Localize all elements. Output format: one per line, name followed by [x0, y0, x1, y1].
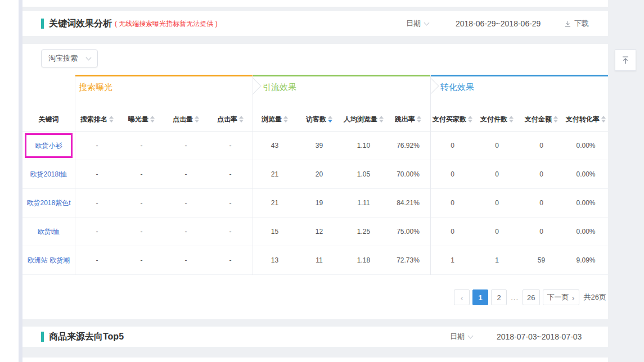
column-header[interactable]: 支付件数	[475, 115, 519, 124]
table-cell: 11	[297, 246, 341, 274]
table-cell: -	[164, 246, 208, 274]
table-row: 欧货2018t恤----21201.0570.00%0000.00%	[22, 160, 608, 189]
chevron-down-icon	[468, 333, 474, 339]
keyword-cell: 欧货t恤	[22, 218, 75, 246]
section-title: 商品来源去向Top5	[49, 331, 124, 343]
download-button[interactable]: 下载	[564, 11, 589, 36]
keyword-link[interactable]: 欧货2018t恤	[30, 170, 67, 179]
pagination-page-button[interactable]: 26	[523, 289, 539, 305]
table-cell: -	[119, 160, 164, 188]
sort-caret-icon	[283, 116, 288, 123]
section-accent-bar	[41, 19, 44, 29]
column-header-label: 人均浏览量	[344, 115, 377, 124]
sort-caret-icon	[379, 116, 384, 123]
table-cell: 0	[519, 132, 564, 160]
pagination: ‹12...26下一页›共26页	[454, 289, 606, 305]
channel-select-value: 淘宝搜索	[48, 53, 78, 64]
sort-caret-icon	[195, 116, 199, 123]
column-header-label: 跳出率	[395, 115, 415, 124]
previous-card-bottom	[22, 0, 608, 7]
table-cell: 0	[430, 189, 475, 217]
table-cell: -	[208, 189, 253, 217]
keyword-link[interactable]: 欧货2018紫色t	[26, 198, 70, 208]
group-color-line	[253, 75, 430, 76]
group-color-line	[75, 75, 253, 76]
table-cell: -	[208, 246, 253, 274]
column-header-label: 支付买家数	[433, 115, 466, 124]
column-header[interactable]: 访客数	[297, 115, 341, 124]
keyword-cell: 欧货小衫	[22, 132, 75, 160]
pagination-ellipsis: ...	[510, 293, 520, 302]
keyword-link[interactable]: 欧洲站 欧货潮	[28, 256, 70, 265]
column-header[interactable]: 人均浏览量	[341, 115, 386, 124]
table-cell: 1.10	[341, 132, 386, 160]
table-cell: 0.00%	[564, 218, 608, 246]
top5-title-card: 商品来源去向Top5 日期 2018-07-03~2018-07-03	[22, 327, 608, 347]
column-header[interactable]: 曝光量	[119, 115, 164, 124]
sort-caret-icon	[601, 116, 606, 123]
group-label: 搜索曝光	[79, 82, 112, 93]
table-body: 欧货小衫----43391.1076.92%0000.00%欧货2018t恤--…	[22, 132, 608, 275]
keyword-cell: 欧洲站 欧货潮	[22, 246, 75, 274]
table-cell: -	[75, 189, 119, 217]
column-header[interactable]: 搜索排名	[75, 115, 119, 124]
date-filter-label: 日期	[406, 19, 421, 29]
date-filter[interactable]: 日期	[450, 327, 472, 347]
sort-caret-icon	[468, 116, 472, 123]
column-header-label: 曝光量	[128, 115, 148, 124]
group-label: 引流效果	[263, 82, 296, 93]
pagination-page-button[interactable]: 2	[491, 289, 507, 305]
column-header-label: 点击量	[173, 115, 193, 124]
group-label: 转化效果	[440, 82, 474, 93]
section-note: ( 无线端搜索曝光指标暂无法提供 )	[115, 19, 218, 29]
table-cell: 76.92%	[386, 132, 430, 160]
column-header-label: 支付金额	[525, 115, 552, 124]
back-to-top-button[interactable]	[615, 49, 636, 71]
next-card-top	[22, 358, 608, 362]
group-color-line	[430, 75, 608, 76]
pagination-page-button[interactable]: 1	[472, 289, 488, 305]
column-header[interactable]: 点击量	[164, 115, 208, 124]
table-cell: -	[164, 218, 208, 246]
table-cell: -	[75, 246, 119, 274]
table-cell: -	[75, 160, 119, 188]
column-header[interactable]: 浏览量	[253, 115, 297, 124]
table-cell: 0.00%	[564, 189, 608, 217]
column-header-label: 支付转化率	[566, 115, 600, 124]
table-cell: 0	[430, 132, 475, 160]
table-group-separator	[253, 75, 253, 275]
table-cell: 1	[430, 246, 475, 274]
sort-caret-icon	[109, 116, 114, 123]
table-cell: 0	[475, 132, 519, 160]
table-header-row: 关键词搜索排名曝光量点击量点击率浏览量访客数人均浏览量跳出率支付买家数支付件数支…	[22, 107, 608, 132]
column-header[interactable]: 跳出率	[386, 115, 430, 124]
table-row: 欧货t恤----15121.2575.00%0000.00%	[22, 218, 608, 246]
table-cell: 12	[297, 218, 341, 246]
table-cell: 1.11	[341, 189, 386, 217]
table-row: 欧洲站 欧货潮----13111.1872.73%11599.09%	[22, 246, 608, 275]
table-cell: -	[164, 189, 208, 217]
column-header[interactable]: 支付金额	[519, 115, 564, 124]
table-cell: 0.00%	[564, 160, 608, 188]
keyword-link[interactable]: 欧货t恤	[38, 227, 60, 237]
table-cell: -	[208, 160, 253, 188]
table-cell: 1.18	[341, 246, 386, 274]
section-accent-bar	[41, 332, 44, 342]
pagination-prev-button[interactable]: ‹	[454, 289, 470, 305]
table-cell: -	[119, 218, 164, 246]
sort-caret-icon	[509, 116, 514, 123]
table-cell: -	[119, 132, 164, 160]
column-header[interactable]: 点击率	[208, 115, 253, 124]
table-cell: 70.00%	[386, 160, 430, 188]
column-header[interactable]: 支付转化率	[564, 115, 608, 124]
pagination-total-label: 共26页	[584, 292, 606, 302]
channel-select[interactable]: 淘宝搜索	[41, 49, 98, 67]
table-cell: 15	[253, 218, 297, 246]
keyword-link[interactable]: 欧货小衫	[35, 141, 62, 151]
table-row: 欧货2018紫色t----21191.1184.21%0000.00%	[22, 189, 608, 218]
table-cell: 0	[430, 218, 475, 246]
pagination-next-button[interactable]: 下一页›	[543, 289, 579, 305]
column-header[interactable]: 支付买家数	[430, 115, 475, 124]
date-filter[interactable]: 日期	[406, 11, 429, 36]
chevron-right-icon: ›	[572, 293, 575, 302]
